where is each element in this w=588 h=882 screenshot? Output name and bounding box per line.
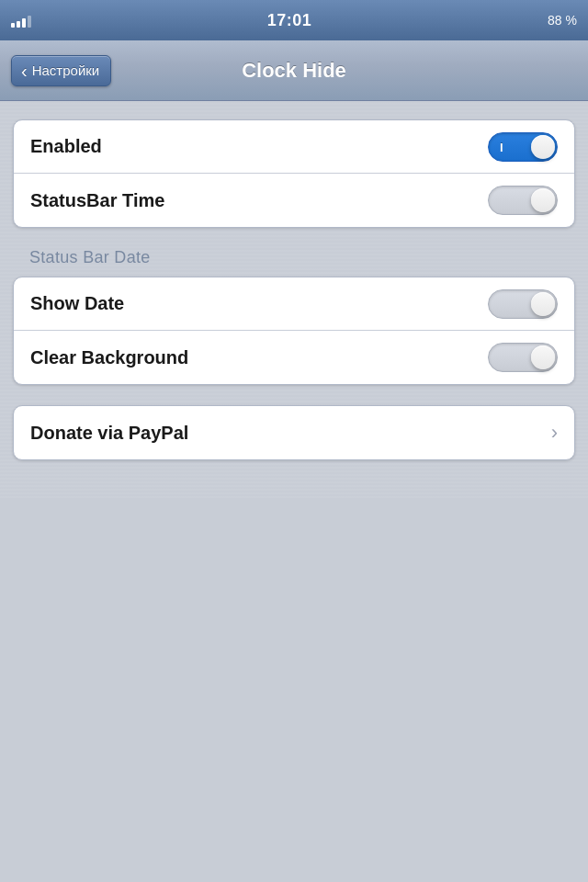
nav-bar: Настройки Clock Hide [0,40,588,101]
enabled-label: Enabled [30,136,102,157]
toggle-on-label: I [500,140,503,153]
signal-bars-icon [11,13,31,28]
signal-bar-2 [17,21,20,28]
statusbar-time-row: StatusBar Time [14,174,574,227]
clear-background-row: Clear Background [14,331,574,384]
enabled-toggle[interactable]: I [488,132,558,162]
donate-row[interactable]: Donate via PayPal › [14,406,574,459]
content-area: Enabled I StatusBar Time Status Bar Date… [0,101,588,499]
battery-indicator: 88 % [548,13,577,28]
donate-label: Donate via PayPal [30,423,188,444]
enabled-row: Enabled I [14,120,574,174]
donate-group: Donate via PayPal › [13,405,575,460]
clear-background-toggle[interactable] [488,343,558,372]
toggle-knob-2 [531,188,555,212]
show-date-label: Show Date [30,293,124,314]
statusbar-time-label: StatusBar Time [30,190,164,211]
show-date-toggle[interactable] [488,289,558,319]
show-date-row: Show Date [14,277,574,331]
toggle-knob [531,135,555,159]
toggle-knob-4 [531,345,555,369]
status-bar-right: 88 % [548,13,577,28]
status-bar: 17:01 88 % [0,0,588,40]
signal-bar-1 [11,23,15,28]
signal-bar-4 [28,16,31,28]
settings-group-main: Enabled I StatusBar Time [13,119,575,228]
settings-group-date: Show Date Clear Background [13,277,575,385]
chevron-right-icon: › [551,421,558,445]
signal-bar-3 [22,18,26,28]
status-bar-time: 17:01 [267,11,312,30]
toggle-knob-3 [531,292,555,316]
statusbar-time-toggle[interactable] [488,186,558,215]
section-header-date: Status Bar Date [13,248,575,277]
clear-background-label: Clear Background [30,347,188,368]
status-bar-left [11,13,31,28]
page-title: Clock Hide [242,59,346,83]
back-button[interactable]: Настройки [11,55,111,86]
